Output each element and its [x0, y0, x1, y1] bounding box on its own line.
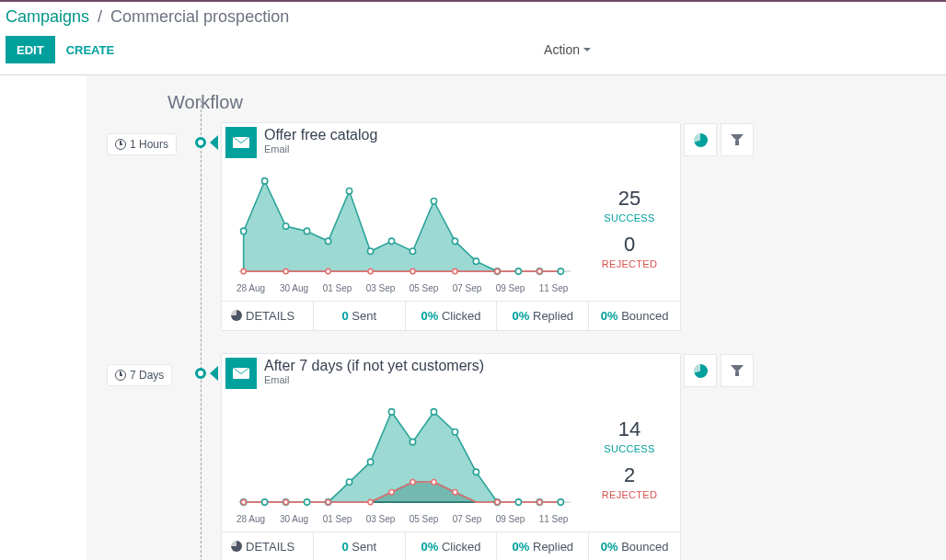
clock-icon	[115, 370, 126, 381]
delay-label: 1 Hours	[130, 138, 168, 151]
svg-point-53	[495, 499, 500, 504]
activity-footer: DETAILS 0 Sent 0% Clicked 0% Replied 0% …	[222, 301, 680, 330]
svg-point-50	[410, 480, 415, 485]
svg-point-40	[473, 469, 479, 475]
breadcrumb-root[interactable]: Campaigns	[6, 7, 89, 26]
email-icon	[225, 358, 257, 389]
edit-button[interactable]: EDIT	[6, 36, 55, 63]
success-count: 14	[618, 417, 640, 441]
pie-chart-icon	[231, 310, 242, 321]
svg-point-23	[453, 269, 457, 273]
svg-point-11	[431, 198, 436, 204]
timeline-node	[195, 137, 206, 148]
filter-button[interactable]	[721, 123, 754, 156]
replied-stat[interactable]: 0% Replied	[496, 302, 588, 330]
svg-point-34	[346, 479, 352, 486]
sent-stat[interactable]: 0 Sent	[313, 302, 405, 330]
svg-marker-1	[244, 181, 561, 271]
rejected-label: REJECTED	[602, 258, 657, 269]
activity: 1 Hours Offer free catalog Email	[87, 122, 946, 331]
svg-point-6	[325, 238, 330, 245]
rejected-count: 0	[624, 233, 635, 257]
svg-point-36	[388, 409, 394, 416]
svg-point-4	[283, 223, 288, 230]
chart-x-axis: 28 Aug30 Aug01 Sep03 Sep05 Sep07 Sep09 S…	[229, 281, 575, 299]
pie-chart-icon	[694, 133, 708, 147]
replied-stat[interactable]: 0% Replied	[496, 532, 588, 560]
bounced-stat[interactable]: 0% Bounced	[588, 302, 680, 330]
activity-chart: 28 Aug30 Aug01 Sep03 Sep05 Sep07 Sep09 S…	[222, 393, 579, 531]
svg-point-15	[515, 269, 521, 275]
details-button[interactable]: DETAILS	[222, 302, 313, 330]
svg-point-44	[558, 499, 563, 506]
activity-title: Offer free catalog	[264, 127, 680, 143]
activity-card: Offer free catalog Email	[221, 122, 681, 331]
rejected-count: 2	[624, 463, 635, 487]
breadcrumb-current: Commercial prospection	[110, 7, 289, 26]
arrow-right-icon	[210, 135, 218, 150]
svg-point-12	[452, 238, 457, 245]
arrow-right-icon	[210, 366, 218, 381]
activity-type: Email	[264, 374, 680, 385]
filter-button[interactable]	[721, 354, 754, 387]
delay-pill[interactable]: 7 Days	[107, 364, 172, 386]
activity-stats: 25 SUCCESS 0 REJECTED	[579, 162, 680, 301]
success-label: SUCCESS	[604, 212, 654, 223]
svg-point-3	[262, 178, 268, 185]
activity-title: After 7 days (if not yet customers)	[264, 358, 680, 374]
svg-point-25	[537, 269, 542, 273]
details-button[interactable]: DETAILS	[222, 532, 313, 560]
svg-point-35	[367, 459, 373, 465]
rejected-label: REJECTED	[602, 489, 657, 500]
delay-pill[interactable]: 1 Hours	[107, 133, 177, 155]
svg-point-21	[368, 269, 373, 273]
svg-point-13	[473, 258, 479, 265]
svg-point-19	[283, 269, 288, 273]
clicked-stat[interactable]: 0% Clicked	[405, 532, 497, 560]
caret-down-icon	[583, 48, 591, 51]
bounced-stat[interactable]: 0% Bounced	[588, 532, 680, 560]
activity-stats: 14 SUCCESS 2 REJECTED	[579, 393, 680, 531]
pie-chart-icon	[231, 541, 242, 552]
success-count: 25	[618, 187, 640, 211]
svg-point-47	[326, 499, 330, 504]
action-dropdown-label: Action	[544, 42, 580, 57]
svg-point-20	[326, 269, 330, 273]
svg-point-32	[304, 499, 309, 506]
breadcrumb-separator: /	[98, 7, 102, 26]
activity-card: After 7 days (if not yet customers) Emai…	[221, 353, 681, 560]
svg-point-2	[241, 228, 247, 234]
stats-button[interactable]	[684, 123, 717, 156]
action-bar: EDIT CREATE Action	[0, 30, 946, 75]
activity: 7 Days After 7 days (if not yet customer…	[87, 353, 946, 560]
svg-point-51	[432, 480, 436, 485]
pie-chart-icon	[694, 364, 708, 378]
svg-point-52	[453, 489, 457, 494]
delay-label: 7 Days	[130, 369, 164, 382]
funnel-icon	[731, 134, 744, 145]
svg-point-18	[241, 269, 246, 273]
clock-icon	[115, 139, 126, 150]
svg-point-22	[410, 269, 415, 273]
success-label: SUCCESS	[604, 443, 654, 454]
create-button[interactable]: CREATE	[55, 36, 125, 63]
action-dropdown[interactable]: Action	[544, 42, 591, 57]
svg-point-39	[452, 429, 457, 435]
svg-point-45	[241, 499, 246, 504]
svg-point-30	[262, 499, 268, 506]
clicked-stat[interactable]: 0% Clicked	[405, 302, 497, 330]
svg-point-42	[515, 499, 521, 506]
sent-stat[interactable]: 0 Sent	[313, 532, 405, 560]
svg-point-8	[367, 248, 373, 255]
svg-point-9	[388, 238, 394, 245]
svg-point-54	[537, 499, 542, 504]
activity-chart: 28 Aug30 Aug01 Sep03 Sep05 Sep07 Sep09 S…	[222, 162, 579, 301]
svg-point-5	[304, 228, 309, 234]
email-icon	[225, 127, 257, 158]
activity-footer: DETAILS 0 Sent 0% Clicked 0% Replied 0% …	[222, 531, 680, 560]
svg-point-7	[346, 189, 352, 195]
stats-button[interactable]	[684, 354, 717, 387]
svg-point-38	[431, 409, 436, 416]
svg-point-24	[495, 269, 500, 273]
svg-point-49	[389, 489, 394, 494]
